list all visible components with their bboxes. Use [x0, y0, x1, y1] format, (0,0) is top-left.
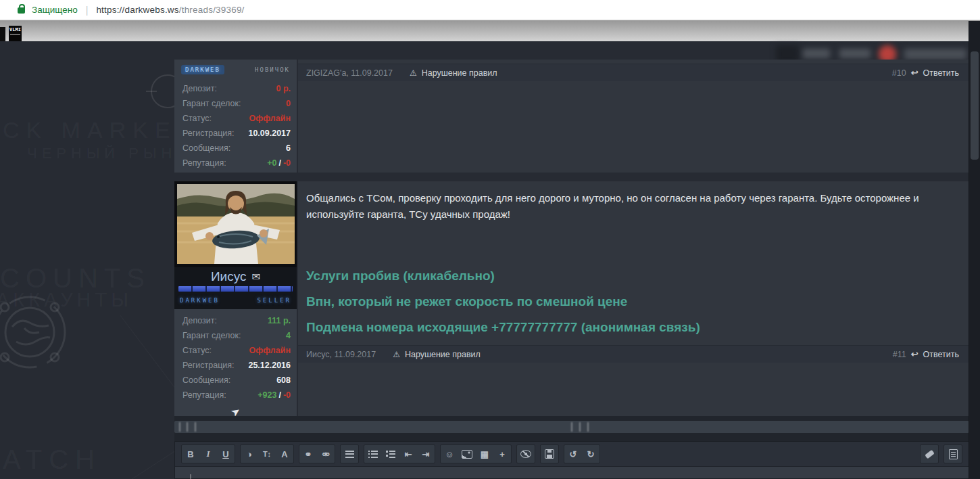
text-color-button[interactable]: ◑ — [241, 445, 258, 463]
stat-label: Статус: — [182, 114, 212, 123]
post-10-user-panel: DARKWEB НОВИЧОК Депозит:0 р. Гарант сдел… — [174, 60, 297, 173]
page-scrollbar[interactable] — [969, 21, 980, 479]
stat-value: 25.12.2016 — [248, 361, 291, 370]
url-path: /threads/39369/ — [179, 5, 245, 15]
report-link[interactable]: Нарушение правил — [405, 350, 481, 359]
post-number-link[interactable]: #11 — [893, 350, 906, 359]
undo-button[interactable]: ↺ — [564, 445, 582, 463]
stat-row: Гарант сделок:0 — [174, 96, 297, 111]
warning-icon: ⚠ — [393, 350, 400, 359]
seller-badge: SELLER — [257, 297, 291, 304]
editor-text-area[interactable] — [175, 467, 969, 479]
url-field[interactable]: https://darkwebs.ws/threads/39369/ — [96, 5, 244, 15]
security-label[interactable]: Защищено — [32, 5, 78, 15]
post-number-link[interactable]: #10 — [892, 68, 906, 78]
avatar-image — [177, 184, 295, 264]
bbcode-source-button[interactable] — [944, 445, 962, 463]
report-link[interactable]: Нарушение правил — [422, 68, 497, 78]
stat-label: Сообщения: — [182, 143, 230, 153]
post-10-content: ZIGIZAG'a, 11.09.2017 ⚠ Нарушение правил… — [298, 60, 969, 173]
stat-value: 0 р. — [276, 84, 291, 93]
stat-row: Статус:Оффлайн — [174, 111, 297, 126]
stat-label: Гарант сделок: — [182, 331, 241, 340]
signature-link-probiv[interactable]: Услуги пробив (кликабельно) — [306, 269, 700, 283]
insert-image-button[interactable] — [458, 445, 476, 463]
stat-value: 6 — [286, 143, 291, 153]
reply-arrow-icon: ↩ — [911, 68, 918, 78]
nav-item-blurred[interactable] — [803, 49, 830, 58]
stat-label: Депозит: — [182, 316, 217, 325]
stat-label: Репутация: — [182, 390, 226, 400]
stat-row: Сообщения:608 — [174, 373, 297, 388]
nav-item-blurred[interactable] — [904, 49, 966, 60]
username-link[interactable]: Иисус — [211, 269, 247, 284]
pagination-tick — [579, 422, 581, 432]
save-draft-button[interactable] — [541, 445, 558, 463]
indent-button[interactable]: ⇥ — [417, 445, 435, 463]
underline-button[interactable]: U — [217, 445, 235, 463]
outdent-button[interactable]: ⇤ — [399, 445, 417, 463]
darkweb-badge: DARKWEB — [181, 65, 224, 74]
user-stats: Депозит:0 р. Гарант сделок:0 Статус:Оффл… — [174, 81, 297, 170]
stat-row: Сообщения:6 — [174, 141, 297, 156]
reply-editor: B I U ◑ T↕ A ⚭ ⚮ — [174, 441, 969, 479]
stat-row-reputation: Репутация: +923/-0 — [174, 388, 297, 403]
page-top-strip — [0, 20, 980, 41]
post-author-date[interactable]: ZIGIZAG'a, 11.09.2017 — [306, 68, 393, 78]
stat-row: Регистрация:10.09.2017 — [174, 126, 297, 141]
screenshot: Защищено | https://darkwebs.ws/threads/3… — [0, 0, 980, 479]
reply-link[interactable]: Ответить — [923, 68, 959, 78]
bullet-list-button[interactable] — [364, 445, 382, 463]
user-avatar[interactable] — [174, 181, 297, 267]
stat-label: Статус: — [182, 346, 212, 355]
address-divider: | — [86, 5, 89, 16]
vlmi-logo-text: VLMI — [9, 27, 21, 32]
scrollbar-thumb[interactable] — [971, 51, 979, 160]
numbered-list-button[interactable] — [382, 445, 399, 463]
remove-formatting-button[interactable] — [921, 445, 938, 463]
italic-button[interactable]: I — [199, 445, 217, 463]
stat-label: Регистрация: — [182, 129, 235, 138]
insert-media-button[interactable]: ▦ — [476, 445, 493, 463]
signature-link-vpn[interactable]: Впн, который не режет скорость по смешно… — [306, 294, 700, 309]
pagination-bar-blurred[interactable] — [174, 421, 969, 433]
pagination-tick — [571, 422, 572, 432]
vlmi-logo[interactable]: VLMI — [9, 26, 22, 41]
user-stats: Депозит:111 р. Гарант сделок:4 Статус:Оф… — [174, 313, 297, 417]
post-11-user-panel: Иисус ✉ DARKWEB SELLER Депозит:111 р. Га… — [174, 181, 297, 417]
align-button[interactable] — [341, 445, 358, 463]
preview-eye-button[interactable] — [517, 445, 535, 463]
envelope-icon[interactable]: ✉ — [251, 271, 260, 283]
post-11: Иисус ✉ DARKWEB SELLER Депозит:111 р. Га… — [174, 181, 969, 417]
reputation-negative: -0 — [283, 158, 291, 168]
link-button[interactable]: ⚭ — [299, 445, 317, 463]
watermark-watch-en: ATCH — [3, 444, 101, 475]
pagination-tick — [179, 422, 180, 432]
darkweb-badge: DARKWEB — [180, 297, 220, 304]
post-author-date[interactable]: Иисус, 11.09.2017 — [306, 350, 376, 359]
reputation-positive: +0 — [267, 158, 276, 168]
font-family-button[interactable]: A — [276, 445, 293, 463]
unlink-button[interactable]: ⚮ — [317, 445, 335, 463]
stat-label: Репутация: — [182, 158, 226, 168]
stat-label: Депозит: — [182, 84, 217, 93]
stat-value: Оффлайн — [249, 346, 291, 355]
post-message: Общались с ТСом, проверку проходить для … — [298, 181, 969, 223]
stat-label: Сообщения: — [182, 375, 230, 385]
font-size-button[interactable]: T↕ — [258, 445, 276, 463]
signature-link-number-spoof[interactable]: Подмена номера исходящие +77777777777 (а… — [306, 320, 700, 335]
reputation-separator: / — [278, 390, 280, 400]
bold-button[interactable]: B — [182, 445, 199, 463]
reputation-bar — [178, 286, 293, 292]
smilies-button[interactable]: ☺ — [441, 445, 458, 463]
nav-item-blurred[interactable] — [839, 49, 871, 58]
reply-link[interactable]: Ответить — [923, 350, 959, 359]
post-11-footer: Иисус, 11.09.2017 ⚠ Нарушение правил #11… — [298, 345, 969, 363]
redo-button[interactable]: ↻ — [582, 445, 599, 463]
stat-label: Регистрация: — [182, 361, 235, 370]
stat-value: 608 — [276, 375, 291, 385]
editor-caret — [190, 474, 191, 479]
pagination-tick — [187, 422, 188, 432]
insert-button[interactable]: + — [493, 445, 511, 463]
user-identity-block: Иисус ✉ DARKWEB SELLER — [174, 267, 297, 309]
